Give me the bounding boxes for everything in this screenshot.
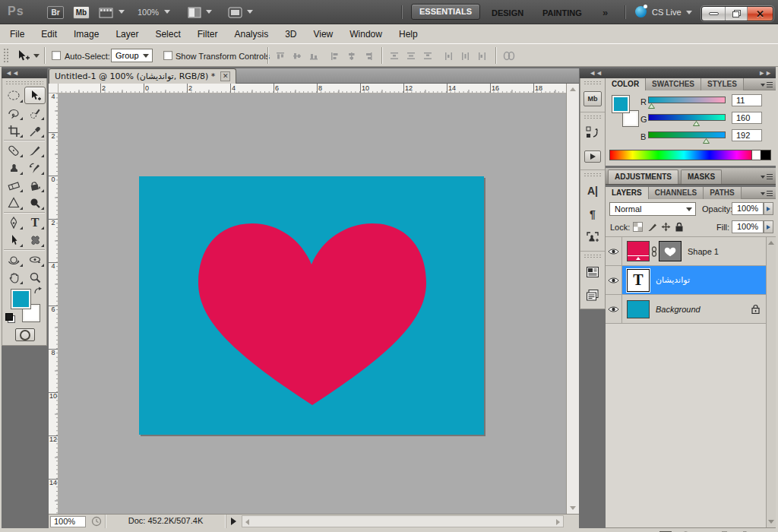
- tab-color[interactable]: COLOR: [606, 78, 646, 90]
- align-vertical-centers-icon[interactable]: [292, 51, 302, 61]
- tab-masks[interactable]: MASKS: [681, 169, 722, 184]
- arrange-documents-icon[interactable]: [188, 7, 201, 18]
- doc-size-info[interactable]: Doc: 452.2K/507.4K: [105, 515, 226, 528]
- mini-bridge-panel-icon[interactable]: Mb: [580, 87, 605, 110]
- opacity-spinner[interactable]: [764, 202, 773, 215]
- red-slider[interactable]: [648, 97, 726, 103]
- toolbox-grip[interactable]: [5, 81, 43, 85]
- dock-grip[interactable]: [584, 115, 602, 119]
- move-tool[interactable]: [24, 87, 46, 104]
- foreground-color-swatch[interactable]: [11, 289, 31, 309]
- distribute-top-edges-icon[interactable]: [389, 51, 400, 61]
- green-slider-thumb[interactable]: [693, 121, 700, 126]
- zoom-dropdown-icon[interactable]: [164, 10, 170, 14]
- lock-position-icon[interactable]: [661, 222, 671, 232]
- menu-view[interactable]: View: [305, 29, 341, 40]
- history-panel-icon[interactable]: [580, 121, 605, 144]
- lasso-tool[interactable]: [3, 104, 24, 122]
- document-tab-close-icon[interactable]: ✕: [220, 71, 230, 81]
- workspace-design-button[interactable]: DESIGN: [492, 8, 523, 18]
- vertical-scrollbar[interactable]: [566, 84, 579, 514]
- layer-comps-panel-icon[interactable]: [580, 283, 605, 307]
- auto-select-dropdown[interactable]: Group: [111, 49, 153, 62]
- restore-button[interactable]: [725, 7, 748, 21]
- tab-channels[interactable]: CHANNELS: [649, 187, 704, 199]
- blue-slider[interactable]: [648, 131, 726, 138]
- red-value-input[interactable]: 11: [732, 94, 762, 106]
- horizontal-ruler[interactable]: 2 0 2 4 6 8 10 12 14 16 18: [59, 84, 566, 93]
- layers-scrollbar[interactable]: [766, 237, 776, 527]
- layer-thumbnail-shape1[interactable]: [627, 241, 650, 261]
- workspace-overflow-chevron[interactable]: »: [602, 7, 608, 18]
- color-foreground-swatch[interactable]: [612, 95, 630, 113]
- align-right-edges-icon[interactable]: [363, 51, 374, 61]
- clone-source-panel-icon[interactable]: [580, 226, 605, 249]
- info-panel-icon[interactable]: [580, 260, 605, 283]
- tab-swatches[interactable]: SWATCHES: [646, 78, 701, 90]
- character-panel-icon[interactable]: A|: [580, 179, 605, 202]
- view-extras-icon[interactable]: [99, 7, 114, 18]
- green-slider[interactable]: [648, 114, 726, 121]
- auto-align-layers-icon[interactable]: [503, 51, 514, 61]
- 3d-camera-rotate-tool[interactable]: [24, 251, 46, 268]
- fill-input[interactable]: 100%: [732, 220, 764, 233]
- mask-link-icon[interactable]: [651, 246, 657, 257]
- red-slider-thumb[interactable]: [648, 103, 655, 109]
- 3d-object-rotate-tool[interactable]: [3, 251, 24, 268]
- mini-bridge-button[interactable]: Mb: [73, 6, 90, 19]
- dock-grip[interactable]: [584, 173, 602, 177]
- green-value-input[interactable]: 160: [732, 112, 762, 124]
- menu-file[interactable]: File: [2, 29, 33, 40]
- color-spectrum-bar[interactable]: [609, 150, 771, 160]
- lock-all-icon[interactable]: [675, 222, 684, 232]
- layer-thumbnail-background[interactable]: [627, 300, 650, 318]
- canvas-viewport[interactable]: [59, 93, 566, 514]
- layer-row-text[interactable]: T توانديشان: [606, 266, 766, 295]
- lock-pixels-icon[interactable]: [647, 222, 657, 232]
- visibility-toggle[interactable]: [606, 295, 622, 323]
- show-transform-checkbox[interactable]: [163, 51, 172, 60]
- crop-tool[interactable]: [3, 122, 24, 139]
- dodge-tool[interactable]: [24, 194, 46, 211]
- align-bottom-edges-icon[interactable]: [308, 51, 319, 61]
- blue-value-input[interactable]: 192: [732, 129, 762, 141]
- menu-help[interactable]: Help: [391, 29, 426, 40]
- visibility-toggle[interactable]: [606, 237, 622, 265]
- menu-image[interactable]: Image: [65, 29, 107, 40]
- status-zoom-input[interactable]: 100%: [50, 516, 86, 527]
- ruler-corner[interactable]: [49, 84, 59, 93]
- lock-transparency-icon[interactable]: [633, 222, 643, 232]
- distribute-vertical-centers-icon[interactable]: [406, 51, 416, 61]
- blue-slider-thumb[interactable]: [703, 138, 710, 144]
- distribute-bottom-edges-icon[interactable]: [422, 51, 433, 61]
- options-bar-grip[interactable]: [3, 48, 9, 63]
- screen-mode-icon[interactable]: [228, 7, 242, 18]
- cs-live-icon[interactable]: [635, 6, 647, 17]
- eyedropper-tool[interactable]: [24, 122, 46, 139]
- actions-panel-icon[interactable]: [580, 144, 605, 168]
- layer-mask-thumbnail-heart[interactable]: [659, 241, 682, 261]
- arrange-documents-dropdown-icon[interactable]: [206, 10, 212, 14]
- visibility-toggle[interactable]: [606, 266, 622, 294]
- tab-adjustments[interactable]: ADJUSTMENTS: [608, 169, 678, 184]
- default-colors-icon[interactable]: [5, 313, 15, 323]
- menu-layer[interactable]: Layer: [107, 29, 147, 40]
- workspace-essentials-button[interactable]: ESSENTIALS: [411, 4, 480, 20]
- distribute-left-edges-icon[interactable]: [444, 51, 454, 61]
- cs-live-label[interactable]: CS Live: [652, 8, 682, 17]
- align-left-edges-icon[interactable]: [330, 51, 340, 61]
- layer-thumbnail-text[interactable]: T: [627, 269, 650, 292]
- zoom-tool[interactable]: [24, 268, 46, 286]
- menu-select[interactable]: Select: [147, 29, 188, 40]
- workspace-painting-button[interactable]: PAINTING: [542, 8, 582, 18]
- cs-live-dropdown-icon[interactable]: [686, 11, 692, 14]
- path-selection-tool[interactable]: [3, 231, 24, 249]
- custom-shape-tool[interactable]: [24, 231, 46, 249]
- pen-tool[interactable]: [3, 214, 24, 231]
- color-panel-menu-icon[interactable]: [761, 81, 773, 88]
- screen-mode-dropdown-icon[interactable]: [247, 10, 253, 14]
- history-brush-tool[interactable]: [24, 159, 46, 176]
- hand-tool[interactable]: [3, 268, 24, 286]
- eraser-tool[interactable]: [3, 176, 24, 194]
- status-icon[interactable]: [90, 516, 103, 527]
